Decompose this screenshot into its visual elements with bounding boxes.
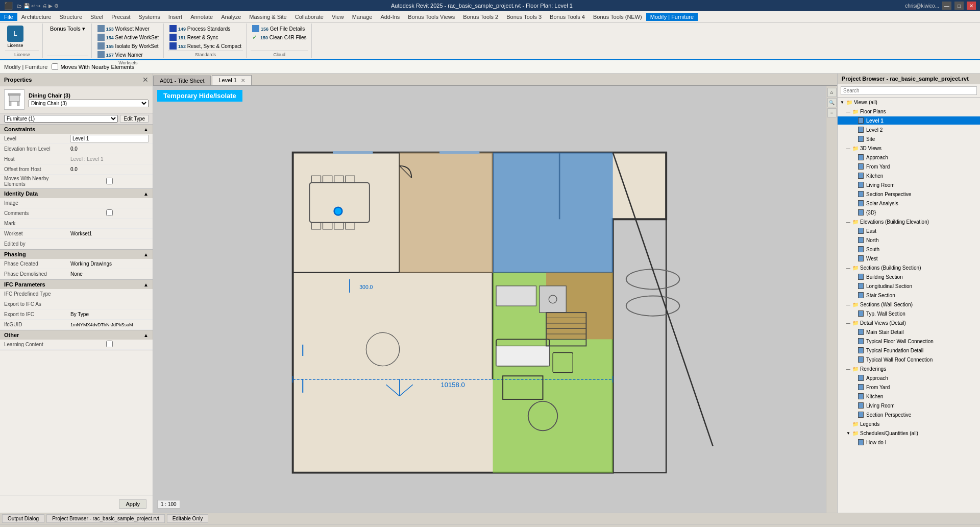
maximize-button[interactable]: □ [954,2,964,10]
isolate-by-workset-button[interactable]: 155 Isolate By WorkSet [96,42,160,50]
tree-row-30[interactable]: Approach [838,374,980,382]
project-browser-tab[interactable]: Project Browser - rac_basic_sample_proje… [46,514,165,523]
menu-bonus-new[interactable]: Bonus Tools (NEW) [589,13,646,21]
view-namer-button[interactable]: 157 View Namer [96,51,160,59]
tree-row-22[interactable]: — 📁 Sections (Wall Section) [838,300,980,308]
tree-row-20[interactable]: Longitudinal Section [838,282,980,290]
bonus-tools-dropdown[interactable]: Bonus Tools ▾ [47,25,88,33]
element-name-dropdown[interactable]: Dining Chair (3) [29,100,149,107]
tree-row-25[interactable]: Main Stair Detail [838,328,980,336]
tree-row-10[interactable]: Section Perspective [838,190,980,198]
tree-row-37[interactable]: How do I [838,438,980,446]
menu-modify-furniture[interactable]: Modify | Furniture [646,13,698,21]
tree-row-4[interactable]: Site [838,135,980,143]
menu-view[interactable]: View [328,13,348,21]
tree-row-7[interactable]: From Yard [838,162,980,171]
minimize-button[interactable]: — [942,2,951,10]
temp-hide-isolate-banner[interactable]: Temporary Hide/Isolate [157,90,242,102]
tree-row-6[interactable]: Approach [838,153,980,161]
element-type-dropdown[interactable]: Furniture (1) [4,115,118,123]
tree-row-33[interactable]: Living Room [838,401,980,410]
tree-row-31[interactable]: From Yard [838,383,980,391]
moves-with-nearby-checkbox[interactable] [52,63,58,70]
workset-mover-button[interactable]: 153 Workset Mover [96,25,160,33]
moves-with-nearby-checkbox-row[interactable]: Moves With Nearby Elements [52,63,134,70]
set-active-workset-button[interactable]: 154 Set Active WorkSet [96,33,160,41]
tree-row-2[interactable]: Level 1 [838,116,980,125]
menu-architecture[interactable]: Architecture [17,13,56,21]
properties-close-button[interactable]: ✕ [142,76,149,84]
view-icon [858,439,865,446]
edit-type-button[interactable]: Edit Type [120,115,149,123]
menu-addins[interactable]: Add-Ins [376,13,404,21]
menu-bonus3[interactable]: Bonus Tools 3 [502,13,546,21]
constraints-header[interactable]: Constraints ▲ [0,125,153,134]
tab-title-sheet[interactable]: A001 - Title Sheet [153,76,211,85]
tree-row-9[interactable]: Living Room [838,181,980,189]
clean-c4r-button[interactable]: ✓150 Clean C4R Files [251,33,308,41]
tree-row-35[interactable]: 📁 Legends [838,420,980,428]
tree-row-5[interactable]: — 📁 3D Views [838,144,980,152]
tree-row-14[interactable]: East [838,227,980,235]
tree-row-34[interactable]: Section Perspective [838,411,980,419]
tree-row-23[interactable]: Typ. Wall Section [838,309,980,318]
menu-annotate[interactable]: Annotate [186,13,217,21]
tab-level1-close[interactable]: ✕ [241,78,245,83]
process-standards-button[interactable]: 149 Process Standards [168,25,243,33]
viewport[interactable]: Temporary Hide/Isolate ⌂ 🔍 − [153,86,837,513]
tree-row-12[interactable]: {3D} [838,208,980,217]
tree-row-36[interactable]: ▼ 📁 Schedules/Quantities (all) [838,429,980,437]
license-button[interactable]: L License [5,25,26,49]
learning-content-checkbox[interactable] [70,341,149,347]
other-header[interactable]: Other ▲ [0,330,153,340]
tree-row-19[interactable]: Building Section [838,273,980,281]
comments-checkbox[interactable] [70,209,149,216]
menu-bonus4[interactable]: Bonus Tools 4 [546,13,589,21]
menu-steel[interactable]: Steel [86,13,107,21]
tree-row-15[interactable]: North [838,236,980,244]
tree-row-18[interactable]: — 📁 Sections (Building Section) [838,264,980,272]
tree-row-27[interactable]: Typical Foundation Detail [838,346,980,354]
browser-search-input[interactable] [841,86,977,95]
menu-bonus2[interactable]: Bonus Tools 2 [459,13,502,21]
tree-row-28[interactable]: Typical Wall Roof Connection [838,355,980,364]
tree-row-3[interactable]: Level 2 [838,126,980,134]
menu-precast[interactable]: Precast [107,13,134,21]
tree-row-32[interactable]: Kitchen [838,392,980,400]
menu-massing[interactable]: Massing & Site [245,13,290,21]
reset-sync-button[interactable]: 151 Reset & Sync [168,33,243,41]
tree-row-16[interactable]: South [838,245,980,253]
ifc-parameters-header[interactable]: IFC Parameters ▲ [0,280,153,289]
viewport-house-icon[interactable]: ⌂ [827,88,837,97]
editable-only-tab[interactable]: Editable Only [167,514,208,523]
menu-bonus-views[interactable]: Bonus Tools Views [404,13,459,21]
identity-data-header[interactable]: Identity Data ▲ [0,189,153,198]
menu-structure[interactable]: Structure [55,13,86,21]
tree-row-17[interactable]: West [838,254,980,262]
tree-row-11[interactable]: Solar Analysis [838,199,980,207]
tree-row-8[interactable]: Kitchen [838,172,980,180]
reset-sync-compact-button[interactable]: 152 Reset, Sync & Compact [168,42,243,50]
viewport-zoom-in-icon[interactable]: 🔍 [827,98,837,107]
tab-level1[interactable]: Level 1 ✕ [212,75,251,85]
get-file-details-button[interactable]: 156 Get File Details [251,25,308,33]
tree-row-21[interactable]: Stair Section [838,291,980,299]
menu-insert[interactable]: Insert [164,13,187,21]
output-dialog-tab[interactable]: Output Dialog [2,514,44,523]
tree-row-0[interactable]: ▼ 📁 Views (all) [838,98,980,106]
tree-row-1[interactable]: — 📁 Floor Plans [838,107,980,115]
close-button[interactable]: ✕ [967,2,976,10]
viewport-zoom-out-icon[interactable]: − [827,108,837,117]
moves-nearby-checkbox[interactable] [70,178,149,184]
menu-systems[interactable]: Systems [134,13,164,21]
apply-button[interactable]: Apply [119,499,146,509]
menu-manage[interactable]: Manage [348,13,377,21]
menu-collaborate[interactable]: Collaborate [291,13,328,21]
tree-row-24[interactable]: — 📁 Detail Views (Detail) [838,319,980,327]
tree-row-29[interactable]: — 📁 Renderings [838,365,980,373]
menu-file[interactable]: File [0,13,17,21]
menu-analyze[interactable]: Analyze [217,13,245,21]
tree-row-26[interactable]: Typical Floor Wall Connection [838,337,980,345]
tree-row-13[interactable]: — 📁 Elevations (Building Elevation) [838,218,980,226]
phasing-header[interactable]: Phasing ▲ [0,250,153,259]
